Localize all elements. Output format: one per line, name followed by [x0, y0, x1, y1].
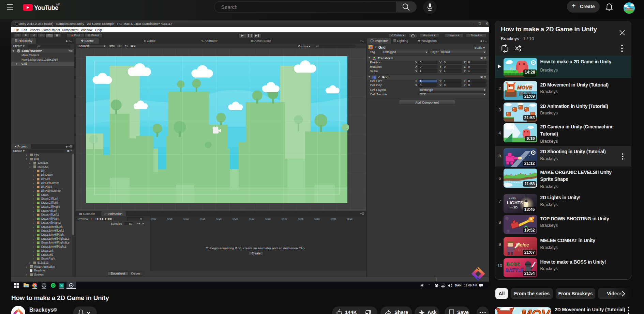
svg-text:A: A	[61, 284, 62, 287]
svg-text:MOVE: MOVE	[517, 84, 533, 90]
svg-text:BATTLE: BATTLE	[506, 268, 524, 273]
svg-text:MOVE: MOVE	[521, 308, 551, 314]
svg-text:Melee: Melee	[516, 242, 529, 248]
svg-text:LIGHTS: LIGHTS	[507, 200, 523, 205]
svg-text:◄unity: ◄unity	[508, 197, 516, 200]
svg-text:in 2D: in 2D	[510, 205, 518, 209]
svg-text:BOSS: BOSS	[506, 262, 520, 267]
svg-text:VAGABOND: VAGABOND	[625, 9, 633, 11]
